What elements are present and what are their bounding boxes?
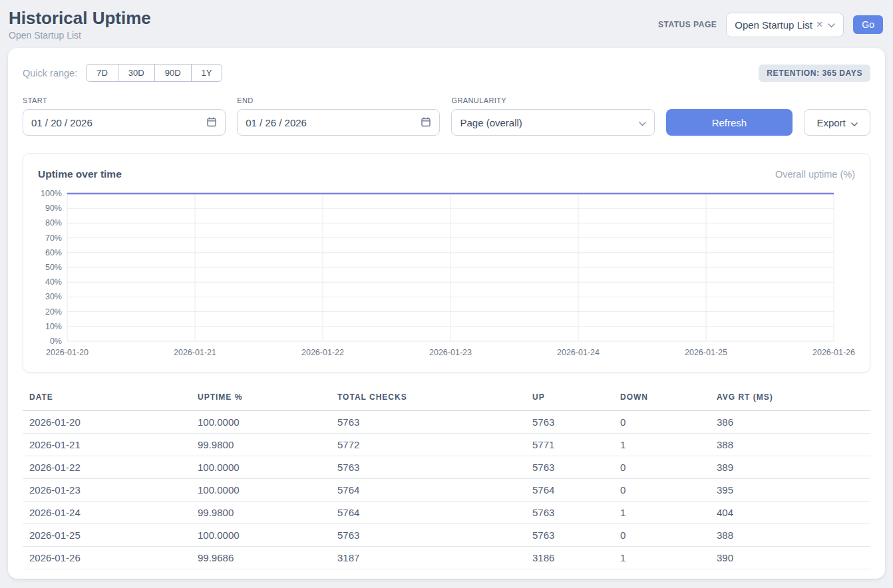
status-page-select[interactable]: Open Startup List ×	[726, 13, 844, 37]
quick-range: Quick range: 7D30D90D1Y	[23, 64, 222, 82]
uptime-line-chart: 0%10%20%30%40%50%60%70%80%90%100%2026-01…	[38, 188, 855, 361]
table-cell: 2026-01-22	[23, 456, 191, 479]
granularity-label: GRANULARITY	[451, 96, 654, 104]
svg-text:40%: 40%	[45, 277, 62, 287]
table-cell: 100.0000	[191, 479, 331, 502]
table-cell: 5764	[331, 479, 526, 502]
table-row: 2026-01-23100.0000576457640395	[23, 479, 870, 502]
table-cell: 5771	[526, 434, 614, 456]
table-row: 2026-01-2499.9800576457631404	[23, 502, 870, 524]
end-date-field-group: END 01 / 26 / 2026	[237, 96, 440, 136]
table-cell: 5763	[526, 524, 614, 547]
svg-text:90%: 90%	[45, 204, 62, 213]
table-cell: 5763	[331, 411, 526, 434]
chevron-down-icon	[851, 117, 858, 128]
table-cell: 2026-01-20	[23, 411, 191, 434]
svg-text:20%: 20%	[45, 307, 62, 317]
granularity-value: Page (overall)	[460, 117, 522, 128]
table-row: 2026-01-2699.9686318731861390	[23, 547, 870, 569]
export-button-label: Export	[816, 117, 845, 128]
svg-text:2026-01-23: 2026-01-23	[429, 348, 472, 357]
column-header-uptime: UPTIME %	[191, 390, 331, 411]
start-date-label: START	[23, 96, 226, 104]
filters-form-row: START 01 / 20 / 2026 END 01 / 26 / 2026 …	[23, 96, 870, 136]
page-title: Historical Uptime	[9, 9, 151, 28]
table-cell: 0	[614, 411, 710, 434]
svg-text:10%: 10%	[45, 322, 62, 331]
top-header: Historical Uptime Open Startup List STAT…	[0, 0, 893, 48]
svg-text:30%: 30%	[45, 292, 62, 301]
table-header-row: DATEUPTIME %TOTAL CHECKSUPDOWNAVG RT (MS…	[23, 390, 870, 411]
column-header-down: DOWN	[614, 390, 710, 411]
uptime-table: DATEUPTIME %TOTAL CHECKSUPDOWNAVG RT (MS…	[23, 390, 870, 569]
start-date-field-group: START 01 / 20 / 2026	[23, 96, 226, 136]
table-cell: 0	[614, 479, 710, 502]
status-page-select-value: Open Startup List	[735, 19, 812, 31]
main-card: Quick range: 7D30D90D1Y RETENTION: 365 D…	[8, 48, 885, 579]
table-cell: 99.9800	[191, 434, 331, 456]
table-cell: 390	[710, 547, 870, 569]
table-cell: 5763	[526, 411, 614, 434]
table-row: 2026-01-20100.0000576357630386	[23, 411, 870, 434]
quick-range-1y-button[interactable]: 1Y	[191, 64, 223, 82]
svg-text:60%: 60%	[45, 248, 62, 257]
refresh-button[interactable]: Refresh	[666, 109, 793, 136]
table-row: 2026-01-2199.9800577257711388	[23, 434, 870, 456]
calendar-icon[interactable]	[421, 116, 431, 129]
table-cell: 3187	[331, 547, 526, 569]
table-cell: 0	[614, 456, 710, 479]
svg-text:2026-01-25: 2026-01-25	[685, 348, 727, 357]
table-cell: 2026-01-26	[23, 547, 191, 569]
quick-range-7d-button[interactable]: 7D	[86, 64, 118, 82]
start-date-input[interactable]: 01 / 20 / 2026	[23, 109, 226, 136]
svg-text:70%: 70%	[45, 233, 62, 243]
table-cell: 5763	[526, 502, 614, 524]
chart-header: Uptime over time Overall uptime (%)	[38, 168, 855, 180]
svg-text:2026-01-20: 2026-01-20	[46, 348, 89, 357]
svg-text:100%: 100%	[41, 189, 62, 198]
filters-top-row: Quick range: 7D30D90D1Y RETENTION: 365 D…	[23, 64, 870, 82]
table-cell: 100.0000	[191, 524, 331, 547]
svg-text:2026-01-24: 2026-01-24	[557, 348, 600, 357]
svg-text:80%: 80%	[45, 218, 62, 227]
table-cell: 1	[614, 502, 710, 524]
svg-text:2026-01-21: 2026-01-21	[174, 348, 216, 357]
export-button[interactable]: Export	[804, 109, 870, 136]
chevron-down-icon	[639, 117, 646, 128]
table-cell: 5764	[331, 502, 526, 524]
table-cell: 388	[710, 434, 870, 456]
table-cell: 388	[710, 524, 870, 547]
clear-icon[interactable]: ×	[816, 19, 822, 30]
table-cell: 2026-01-25	[23, 524, 191, 547]
table-cell: 1	[614, 547, 710, 569]
table-cell: 5764	[526, 479, 614, 502]
granularity-select[interactable]: Page (overall)	[451, 109, 654, 136]
table-body: 2026-01-20100.00005763576303862026-01-21…	[23, 411, 870, 569]
end-date-label: END	[237, 96, 440, 104]
table-cell: 3186	[526, 547, 614, 569]
table-row: 2026-01-22100.0000576357630389	[23, 456, 870, 479]
quick-range-30d-button[interactable]: 30D	[118, 64, 155, 82]
table-cell: 389	[710, 456, 870, 479]
column-header-date: DATE	[23, 390, 191, 411]
quick-range-90d-button[interactable]: 90D	[154, 64, 192, 82]
svg-text:2026-01-22: 2026-01-22	[301, 348, 344, 357]
table-cell: 386	[710, 411, 870, 434]
svg-text:0%: 0%	[50, 337, 62, 346]
table-cell: 99.9800	[191, 502, 331, 524]
table-row: 2026-01-25100.0000576357630388	[23, 524, 870, 547]
table-cell: 0	[614, 524, 710, 547]
header-right: STATUS PAGE Open Startup List × Go	[658, 13, 883, 37]
table-cell: 100.0000	[191, 411, 331, 434]
table-cell: 5763	[331, 456, 526, 479]
table-cell: 99.9686	[191, 547, 331, 569]
end-date-input[interactable]: 01 / 26 / 2026	[237, 109, 440, 136]
table-cell: 5772	[331, 434, 526, 456]
go-button[interactable]: Go	[853, 15, 883, 34]
chart-title: Uptime over time	[38, 168, 122, 180]
chart-legend: Overall uptime (%)	[775, 169, 855, 180]
column-header-total-checks: TOTAL CHECKS	[331, 390, 526, 411]
chevron-down-icon	[828, 19, 835, 31]
calendar-icon[interactable]	[206, 116, 217, 129]
svg-text:50%: 50%	[45, 263, 62, 272]
